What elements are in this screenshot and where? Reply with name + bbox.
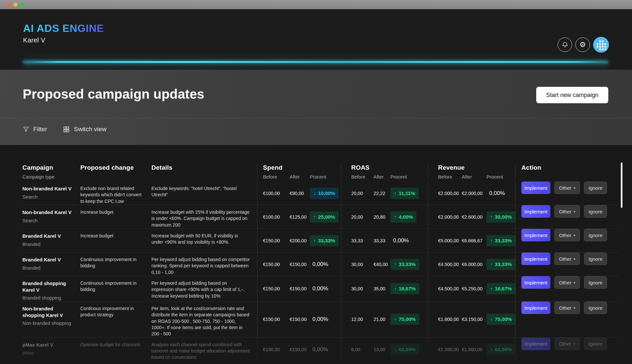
implement-button[interactable]: Implement [521, 253, 550, 265]
ignore-button[interactable]: Ignore [584, 302, 607, 314]
revenue-before: €2.000,00 [438, 214, 462, 220]
campaign-type: pMax [22, 350, 73, 356]
ignore-button[interactable]: Ignore [584, 182, 607, 194]
ignore-button[interactable]: Ignore [584, 253, 607, 265]
roas-procent: ↑16,67% [390, 283, 419, 294]
roas-after: €40,00 [374, 262, 390, 267]
campaign-type: Non-branded shopping [22, 320, 73, 327]
arrow-up-icon: ↑ [394, 214, 396, 220]
spend-before: €150,00 [263, 262, 290, 267]
change-details: Per keyword adjust bidding based on comp… [151, 253, 257, 276]
change-details: Exclude keywords: “hotel Utrecht”, “host… [151, 182, 257, 205]
spend-procent: 0,00% [310, 261, 328, 268]
revenue-procent: ↑62,50% [487, 344, 515, 355]
column-spend-before: Before [263, 174, 290, 180]
revenue-after: €2.000,00 [462, 191, 487, 196]
notifications-button[interactable] [558, 37, 572, 52]
table-body: Non-branded Karel V Search Exclude non b… [22, 182, 632, 361]
chevron-down-icon: ▾ [574, 257, 575, 261]
roas-procent: ↑33,33% [390, 259, 419, 270]
revenue-before: €2.000,00 [438, 191, 462, 196]
other-button[interactable]: Other ▾ [554, 205, 580, 218]
window-maximize-button[interactable] [20, 3, 24, 7]
column-roas-after: After [374, 174, 390, 180]
campaign-name: Non-branded Karel V [22, 185, 73, 192]
header-glow-divider [23, 61, 608, 63]
proposed-change: Exclude non brand related keywords which… [80, 182, 151, 205]
chevron-down-icon: ▾ [574, 281, 575, 284]
other-button[interactable]: Other ▾ [554, 253, 580, 265]
campaign-name: pMax Karel V [22, 342, 73, 348]
implement-button[interactable]: Implement [521, 182, 550, 194]
change-details: Analysis each channel spend combined wit… [151, 338, 257, 361]
proposed-change: Continuous improvement in bidding [80, 253, 151, 276]
spend-before: €150,00 [263, 347, 290, 352]
table-header: Campaign Campaign type Proposed change D… [22, 164, 618, 182]
arrow-up-icon: ↑ [490, 347, 492, 352]
vertical-scrollbar[interactable] [621, 162, 622, 208]
settings-button[interactable]: ⚙ [575, 37, 590, 52]
revenue-after: €2.600,00 [462, 214, 487, 220]
revenue-after: €1.950,00 [462, 347, 487, 352]
avatar[interactable] [593, 37, 609, 53]
roas-before: 8,00 [351, 347, 374, 352]
ignore-button[interactable]: Ignore [584, 276, 607, 289]
other-button[interactable]: Other ▾ [554, 229, 580, 241]
revenue-procent: ↑75,00% [487, 314, 515, 325]
page-title: Proposed campaign updates [23, 87, 204, 102]
window-close-button[interactable] [7, 3, 11, 7]
spend-procent: ↓10,00% [310, 188, 339, 199]
arrow-up-icon: ↑ [394, 347, 396, 352]
column-group-revenue: Revenue [438, 164, 511, 171]
filter-label: Filter [33, 126, 47, 133]
implement-button[interactable]: Implement [521, 302, 550, 314]
revenue-procent: ↑33,33% [487, 235, 515, 246]
column-campaign: Campaign [22, 164, 80, 171]
toolbar: Filter Switch view [0, 118, 632, 133]
chevron-down-icon: ▾ [574, 342, 575, 346]
ignore-button[interactable]: Ignore [584, 205, 607, 218]
revenue-before: €5.000,00 [438, 238, 462, 243]
campaign-name: Branded shopping Karel V [22, 280, 73, 293]
column-revenue-before: Before [438, 174, 462, 180]
implement-button[interactable]: Implement [521, 205, 550, 218]
other-button[interactable]: Other ▾ [554, 182, 580, 194]
roas-after: 35,00 [374, 286, 390, 291]
implement-button[interactable]: Implement [521, 229, 550, 241]
arrow-up-icon: ↑ [490, 214, 492, 220]
roas-after: 13,00 [374, 347, 390, 352]
roas-after: 22,22 [374, 191, 390, 196]
campaign-name: Branded Karel V [22, 256, 73, 263]
change-details: Per item, look at the cost/conversion ra… [151, 302, 257, 337]
campaign-name: Non-branded Karel V [22, 209, 73, 216]
start-new-campaign-button[interactable]: Start new campaign [536, 87, 608, 103]
table-row: Non-branded Karel V Search Increase budg… [22, 205, 618, 229]
revenue-before: €1.200,00 [438, 347, 462, 352]
other-button[interactable]: Other ▾ [554, 302, 580, 314]
switch-view-button[interactable]: Switch view [63, 126, 106, 133]
column-spend-procent: Procent [310, 174, 336, 180]
implement-button[interactable]: Implement [521, 276, 550, 289]
spend-before: €100,00 [263, 191, 290, 196]
roas-procent: 0,00% [390, 237, 409, 244]
arrow-up-icon: ↑ [490, 286, 492, 292]
column-campaign-type: Campaign type [22, 174, 80, 180]
revenue-after: €5.250,00 [462, 286, 487, 291]
gear-icon: ⚙ [579, 41, 586, 48]
other-button[interactable]: Other ▾ [554, 338, 580, 350]
ignore-button[interactable]: Ignore [584, 229, 607, 241]
campaign-name: Non-branded shopping Karel V [22, 305, 73, 318]
implement-button[interactable]: Implement [521, 338, 550, 350]
window-minimize-button[interactable] [13, 3, 17, 7]
column-group-roas: ROAS [351, 164, 423, 171]
roas-after: 33,33 [374, 238, 390, 243]
spend-procent: ↑33,33% [310, 235, 339, 246]
campaign-table: Campaign Campaign type Proposed change D… [0, 145, 632, 364]
spend-procent: 0,00% [310, 285, 328, 292]
chevron-down-icon: ▾ [574, 210, 575, 213]
ignore-button[interactable]: Ignore [584, 338, 607, 350]
other-button[interactable]: Other ▾ [554, 276, 580, 289]
spend-after: €125,00 [290, 214, 310, 220]
app-logo-text: AI ADS ENGINE [23, 22, 104, 35]
filter-button[interactable]: Filter [23, 126, 47, 133]
